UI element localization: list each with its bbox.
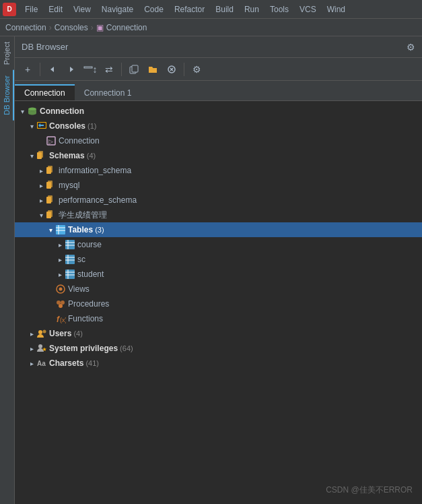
main-layout: Project DB Browser DB Browser ⚙ + ↕ ⇄ xyxy=(0,36,422,504)
breadcrumb-part-1[interactable]: Consoles xyxy=(55,23,88,32)
menu-run[interactable]: Run xyxy=(240,3,264,15)
breadcrumb-part-2[interactable]: Connection xyxy=(106,23,147,32)
breadcrumb: Connection › Consoles › ▣ Connection xyxy=(0,19,422,36)
tree-node-sys-priv[interactable]: System privileges (64) xyxy=(15,341,422,356)
sys-priv-icon xyxy=(36,343,47,354)
svg-rect-12 xyxy=(38,151,43,158)
toolbar-settings-button[interactable]: ⚙ xyxy=(188,61,205,78)
tree-node-consoles[interactable]: Consoles (1) xyxy=(15,119,422,133)
tree-node-users[interactable]: Users (4) xyxy=(15,326,422,341)
node-label-mysql: mysql xyxy=(59,181,79,190)
mysql-icon xyxy=(46,180,57,191)
node-label-views: Views xyxy=(68,284,90,294)
node-label-student: student xyxy=(77,270,104,279)
svg-rect-18 xyxy=(48,195,52,202)
toolbar-collapse-button[interactable]: ↕ xyxy=(81,61,99,78)
tree-node-functions[interactable]: f(x) Functions xyxy=(15,311,422,326)
tree-node-info-schema[interactable]: information_schema xyxy=(15,163,422,178)
toolbar-sep-1 xyxy=(40,63,40,76)
sidebar-tab-project[interactable]: Project xyxy=(1,36,14,70)
svg-point-6 xyxy=(28,108,36,111)
menu-navigate[interactable]: Navigate xyxy=(97,3,138,15)
arrow-course xyxy=(55,240,65,249)
tree-node-sc[interactable]: sc xyxy=(15,252,422,267)
side-tabs: Project DB Browser xyxy=(0,36,15,504)
svg-point-41 xyxy=(59,304,63,308)
panel-header: DB Browser ⚙ xyxy=(15,36,422,58)
toolbar-add-button[interactable]: + xyxy=(19,61,36,78)
menu-build[interactable]: Build xyxy=(211,3,238,15)
tree-node-student[interactable]: student xyxy=(15,267,422,282)
svg-point-39 xyxy=(57,301,61,305)
node-label-student-mgmt: 学生成绩管理 xyxy=(59,210,107,221)
menu-vcs[interactable]: VCS xyxy=(295,3,321,15)
arrow-sys-priv xyxy=(27,344,36,353)
db-browser-panel: DB Browser ⚙ + ↕ ⇄ xyxy=(15,36,422,504)
toolbar-folder-button[interactable] xyxy=(144,61,162,78)
tree-node-course[interactable]: course xyxy=(15,237,422,252)
node-label-sc: sc xyxy=(77,255,85,264)
arrow-charsets xyxy=(27,358,36,368)
menu-file[interactable]: File xyxy=(20,3,42,15)
users-icon xyxy=(36,328,47,339)
arrow-student-mgmt xyxy=(36,210,46,220)
toolbar-back-button[interactable] xyxy=(44,61,61,78)
arrow-mysql xyxy=(36,181,46,190)
tree-node-mysql[interactable]: mysql xyxy=(15,178,422,193)
panel-title: DB Browser xyxy=(22,42,68,52)
svg-rect-2 xyxy=(132,65,138,72)
svg-point-46 xyxy=(38,344,42,348)
tree-node-views[interactable]: Views xyxy=(15,282,422,296)
settings-gear-button[interactable]: ⚙ xyxy=(407,42,415,53)
svg-rect-25 xyxy=(65,240,75,249)
node-label-connection: Connection xyxy=(40,106,84,116)
arrow-sc xyxy=(55,255,65,264)
menu-refactor[interactable]: Refactor xyxy=(170,3,209,15)
tree-node-tables[interactable]: Tables (3) xyxy=(15,222,422,237)
tree-node-procedures[interactable]: Procedures xyxy=(15,296,422,311)
sc-table-icon xyxy=(65,254,75,265)
svg-text:Aa: Aa xyxy=(37,360,46,367)
toolbar-copy-button[interactable] xyxy=(125,61,143,78)
menubar: D File Edit View Navigate Code Refactor … xyxy=(0,0,422,19)
views-icon xyxy=(55,284,66,294)
svg-point-40 xyxy=(61,301,65,305)
svg-rect-0 xyxy=(84,67,92,68)
student-mgmt-icon xyxy=(46,210,57,220)
toolbar-close-button[interactable] xyxy=(163,61,180,78)
info-schema-icon xyxy=(46,165,57,176)
menu-tools[interactable]: Tools xyxy=(265,3,293,15)
svg-rect-16 xyxy=(48,181,52,187)
node-label-charsets: Charsets (41) xyxy=(49,358,99,368)
breadcrumb-part-0[interactable]: Connection xyxy=(5,23,46,32)
tree-node-connection[interactable]: Connection xyxy=(15,104,422,119)
node-label-tables: Tables (3) xyxy=(68,225,104,234)
tab-connection-1[interactable]: Connection 1 xyxy=(75,84,141,100)
tree-node-schemas[interactable]: Schemas (4) xyxy=(15,148,422,163)
node-label-sys-priv: System privileges (64) xyxy=(49,344,133,353)
node-label-procedures: Procedures xyxy=(68,299,109,309)
console-item-icon: ▷ xyxy=(46,135,57,146)
menu-code[interactable]: Code xyxy=(139,3,168,15)
arrow-users xyxy=(27,329,36,338)
node-label-consoles: Consoles (1) xyxy=(49,121,97,131)
menu-edit[interactable]: Edit xyxy=(44,3,67,15)
toolbar-expand-button[interactable]: ⇄ xyxy=(100,61,118,78)
node-label-perf-schema: performance_schema xyxy=(59,195,137,205)
tables-icon xyxy=(55,224,66,235)
tab-connection[interactable]: Connection xyxy=(15,84,75,100)
tree-node-console-connection[interactable]: ▷ Connection xyxy=(15,133,422,148)
arrow-schemas xyxy=(27,151,36,160)
sidebar-tab-db-browser[interactable]: DB Browser xyxy=(1,70,14,121)
db-icon xyxy=(27,106,38,117)
tabs-bar: Connection Connection 1 xyxy=(15,81,422,101)
tree-node-charsets[interactable]: Aa Charsets (41) xyxy=(15,356,422,371)
menu-wind[interactable]: Wind xyxy=(322,3,350,15)
tree-node-student-mgmt[interactable]: 学生成绩管理 xyxy=(15,208,422,222)
svg-rect-20 xyxy=(48,210,52,217)
arrow-tables xyxy=(46,225,55,234)
toolbar-forward-button[interactable] xyxy=(63,61,80,78)
tree-node-perf-schema[interactable]: performance_schema xyxy=(15,193,422,208)
menu-view[interactable]: View xyxy=(69,3,96,15)
perf-schema-icon xyxy=(46,195,57,206)
